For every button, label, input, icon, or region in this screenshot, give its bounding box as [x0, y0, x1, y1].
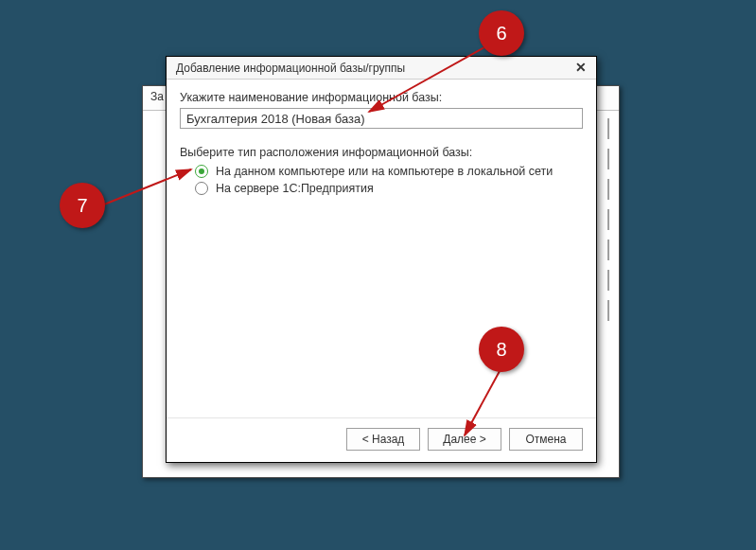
- infobase-name-input[interactable]: [180, 108, 583, 129]
- back-button[interactable]: < Назад: [346, 428, 420, 451]
- add-infobase-dialog: Добавление информационной базы/группы ✕ …: [166, 56, 597, 463]
- radio-local-label: На данном компьютере или на компьютере в…: [216, 165, 553, 178]
- dialog-titlebar: Добавление информационной базы/группы ✕: [167, 57, 596, 80]
- name-label: Укажите наименование информационной базы…: [180, 91, 583, 104]
- dialog-title: Добавление информационной базы/группы: [176, 62, 405, 75]
- dialog-body: Укажите наименование информационной базы…: [167, 80, 596, 417]
- cancel-button[interactable]: Отмена: [509, 428, 583, 451]
- close-button[interactable]: ✕: [571, 60, 590, 77]
- radio-local-row[interactable]: На данном компьютере или на компьютере в…: [195, 165, 583, 178]
- radio-server-row[interactable]: На сервере 1С:Предприятия: [195, 182, 583, 195]
- annotation-bubble-6: 6: [479, 10, 524, 56]
- next-button[interactable]: Далее >: [428, 428, 501, 451]
- dialog-button-row: < Назад Далее > Отмена: [167, 417, 596, 462]
- radio-server-label: На сервере 1С:Предприятия: [216, 182, 374, 195]
- annotation-bubble-8: 8: [479, 327, 524, 372]
- background-side-buttons: [607, 118, 609, 321]
- radio-server[interactable]: [195, 182, 208, 195]
- location-label: Выберите тип расположения информационной…: [180, 146, 583, 159]
- annotation-bubble-7: 7: [60, 183, 105, 228]
- radio-local[interactable]: [195, 165, 208, 178]
